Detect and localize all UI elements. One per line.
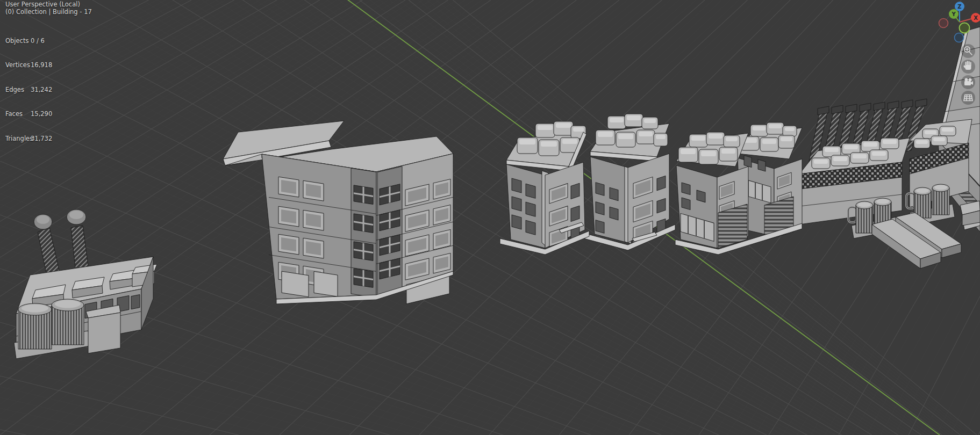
scene-statistics: Objects0 / 6 Vertices16,918 Edges31,242 … <box>5 21 52 159</box>
viewport-scene[interactable]: Z Y X <box>0 0 980 435</box>
blender-3d-viewport[interactable]: Z Y X <box>0 0 980 435</box>
pan-hand-icon[interactable] <box>961 60 975 74</box>
gizmo-axis-neg-y[interactable] <box>960 23 970 33</box>
orthographic-toggle-icon[interactable] <box>961 91 975 105</box>
building-apartment-tower-2[interactable] <box>584 114 675 250</box>
svg-text:Z: Z <box>957 4 961 10</box>
gizmo-axis-y[interactable]: Y <box>949 9 958 19</box>
factory-tanks <box>14 299 120 359</box>
svg-text:Y: Y <box>951 11 956 17</box>
stat-objects: Objects0 / 6 <box>5 37 52 45</box>
view-perspective-label: User Perspective (Local) <box>5 1 80 9</box>
gizmo-axis-neg-z[interactable] <box>955 33 964 42</box>
stat-edges: Edges31,242 <box>5 86 52 94</box>
stat-triangles: Triangles31,732 <box>5 135 52 143</box>
camera-view-icon[interactable] <box>961 75 975 89</box>
building-double-tower[interactable] <box>675 122 802 255</box>
stat-vertices: Vertices16,918 <box>5 61 52 69</box>
svg-text:X: X <box>974 15 978 21</box>
gizmo-axis-neg-x[interactable] <box>939 19 948 28</box>
active-collection-breadcrumb: (0) Collection | Building - 17 <box>5 8 92 16</box>
zoom-icon[interactable] <box>961 44 975 58</box>
gizmo-axis-z[interactable]: Z <box>955 2 964 11</box>
stat-faces: Faces15,290 <box>5 110 52 118</box>
